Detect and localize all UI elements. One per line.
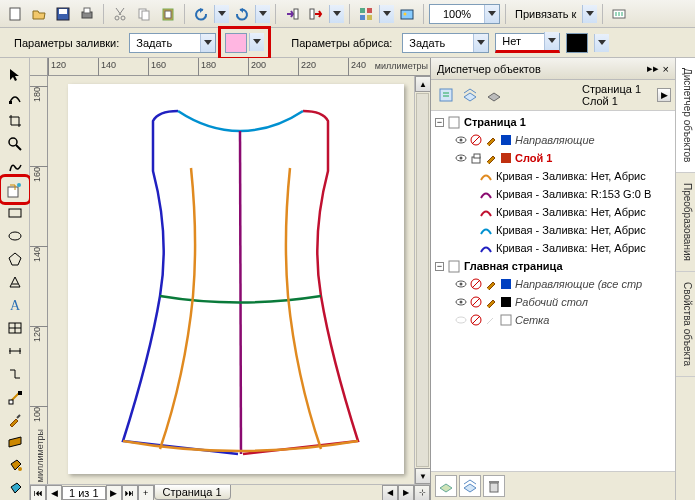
print-button[interactable] xyxy=(76,3,98,25)
fill-tool[interactable] xyxy=(3,456,27,477)
add-page-button[interactable]: + xyxy=(138,485,154,501)
export-button[interactable] xyxy=(305,3,327,25)
polygon-tool[interactable] xyxy=(3,248,27,269)
scroll-up-button[interactable]: ▲ xyxy=(415,76,431,92)
tree-page-node[interactable]: − Страница 1 xyxy=(431,113,675,131)
last-page-button[interactable]: ⏭ xyxy=(122,485,138,501)
svg-rect-62 xyxy=(501,297,511,307)
snap-to-dropdown[interactable] xyxy=(582,5,597,23)
tree-desktop[interactable]: Рабочий стол xyxy=(431,293,675,311)
page-indicator: 1 из 1 xyxy=(62,486,106,500)
outline-color-dropdown[interactable] xyxy=(594,34,609,52)
tree-grid[interactable]: Сетка xyxy=(431,311,675,329)
save-button[interactable] xyxy=(52,3,74,25)
new-master-layer-button[interactable] xyxy=(459,475,481,497)
fill-color-dropdown[interactable] xyxy=(249,33,264,51)
outline-width-combo[interactable]: Нет xyxy=(495,33,560,53)
tree-master-guides[interactable]: Направляющие (все стр xyxy=(431,275,675,293)
interactive-fill-tool[interactable] xyxy=(3,479,27,500)
ruler-origin[interactable] xyxy=(30,58,48,76)
svg-rect-67 xyxy=(490,483,498,492)
undo-dropdown[interactable] xyxy=(214,5,229,23)
canvas-viewport[interactable] xyxy=(48,76,414,484)
next-page-button[interactable]: ▶ xyxy=(106,485,122,501)
shape-tool[interactable] xyxy=(3,87,27,108)
cut-button[interactable] xyxy=(109,3,131,25)
layer-manager-view-button[interactable] xyxy=(483,84,505,106)
panel-menu-button[interactable]: ▶ xyxy=(657,88,671,102)
undo-button[interactable] xyxy=(190,3,212,25)
edit-across-layers-button[interactable] xyxy=(459,84,481,106)
dimension-tool[interactable] xyxy=(3,341,27,362)
vertical-ruler[interactable]: 180 160 140 120 100 миллиметры xyxy=(30,76,48,484)
object-manager-panel: Диспетчер объектов ▸▸ × Страница 1 Слой … xyxy=(430,58,675,500)
tree-layer1[interactable]: Слой 1 xyxy=(431,149,675,167)
svg-text:A: A xyxy=(10,298,21,313)
tree-curve[interactable]: Кривая - Заливка: Нет, Абрис xyxy=(431,221,675,239)
panel-current-info: Страница 1 Слой 1 xyxy=(582,83,655,107)
navigator-button[interactable]: ⊹ xyxy=(414,485,430,501)
panel-expand-button[interactable]: ▸▸ xyxy=(647,62,659,75)
welcome-button[interactable] xyxy=(396,3,418,25)
outline-params-label: Параметры абриса: xyxy=(287,37,396,49)
ellipse-tool[interactable] xyxy=(3,225,27,246)
horizontal-ruler[interactable]: 120 140 160 180 200 220 240 миллиметры xyxy=(48,58,430,76)
page-tab[interactable]: Страница 1 xyxy=(154,485,231,500)
vertical-scrollbar[interactable]: ▲ ▼ xyxy=(414,76,430,484)
panel-title: Диспетчер объектов xyxy=(437,63,643,75)
open-file-button[interactable] xyxy=(28,3,50,25)
scroll-down-button[interactable]: ▼ xyxy=(415,468,431,484)
options-button[interactable] xyxy=(608,3,630,25)
paste-button[interactable] xyxy=(157,3,179,25)
panel-close-button[interactable]: × xyxy=(663,63,669,75)
table-tool[interactable] xyxy=(3,318,27,339)
rectangle-tool[interactable] xyxy=(3,202,27,223)
basic-shapes-tool[interactable] xyxy=(3,271,27,292)
freehand-tool[interactable] xyxy=(3,156,27,177)
tree-curve[interactable]: Кривая - Заливка: Нет, Абрис xyxy=(431,167,675,185)
tree-master-page[interactable]: − Главная страница xyxy=(431,257,675,275)
redo-button[interactable] xyxy=(231,3,253,25)
redo-dropdown[interactable] xyxy=(255,5,270,23)
delete-layer-button[interactable] xyxy=(483,475,505,497)
tab-object-manager[interactable]: Диспетчер объектов xyxy=(676,58,695,173)
outline-params-combo[interactable]: Задать xyxy=(402,33,489,53)
object-tree[interactable]: − Страница 1 Направляющие Слой 1 Кри xyxy=(431,111,675,471)
tab-object-properties[interactable]: Свойства объекта xyxy=(676,272,695,377)
zoom-tool[interactable] xyxy=(3,133,27,154)
svg-marker-27 xyxy=(9,253,21,265)
svg-point-54 xyxy=(460,283,463,286)
crop-tool[interactable] xyxy=(3,110,27,131)
pick-tool[interactable] xyxy=(3,64,27,85)
outline-tool[interactable] xyxy=(3,433,27,454)
toolbox: A xyxy=(0,58,30,500)
tab-transformations[interactable]: Преобразования xyxy=(676,173,695,272)
new-layer-button[interactable] xyxy=(435,475,457,497)
tree-curve[interactable]: Кривая - Заливка: Нет, Абрис xyxy=(431,203,675,221)
eyedropper-tool[interactable] xyxy=(3,410,27,431)
tree-curve[interactable]: Кривая - Заливка: Нет, Абрис xyxy=(431,239,675,257)
first-page-button[interactable]: ⏮ xyxy=(30,485,46,501)
copy-button[interactable] xyxy=(133,3,155,25)
prev-page-button[interactable]: ◀ xyxy=(46,485,62,501)
smart-fill-tool[interactable] xyxy=(3,179,27,200)
scroll-left-button[interactable]: ◀ xyxy=(382,485,398,501)
import-button[interactable] xyxy=(281,3,303,25)
fill-params-combo[interactable]: Задать xyxy=(129,33,216,53)
new-file-button[interactable] xyxy=(4,3,26,25)
app-launcher-button[interactable] xyxy=(355,3,377,25)
show-properties-button[interactable] xyxy=(435,84,457,106)
export-dropdown[interactable] xyxy=(329,5,344,23)
tree-guides-layer[interactable]: Направляющие xyxy=(431,131,675,149)
tree-curve[interactable]: Кривая - Заливка: R:153 G:0 B xyxy=(431,185,675,203)
app-launcher-dropdown[interactable] xyxy=(379,5,394,23)
text-tool[interactable]: A xyxy=(3,294,27,315)
interactive-tool[interactable] xyxy=(3,387,27,408)
panel-bottom-thumbs xyxy=(431,471,675,500)
zoom-level-combo[interactable] xyxy=(429,4,500,24)
scroll-right-button[interactable]: ▶ xyxy=(398,485,414,501)
outline-color-swatch[interactable] xyxy=(566,33,588,53)
connector-tool[interactable] xyxy=(3,364,27,385)
fill-color-swatch[interactable] xyxy=(225,33,247,53)
zoom-input[interactable] xyxy=(430,8,484,20)
